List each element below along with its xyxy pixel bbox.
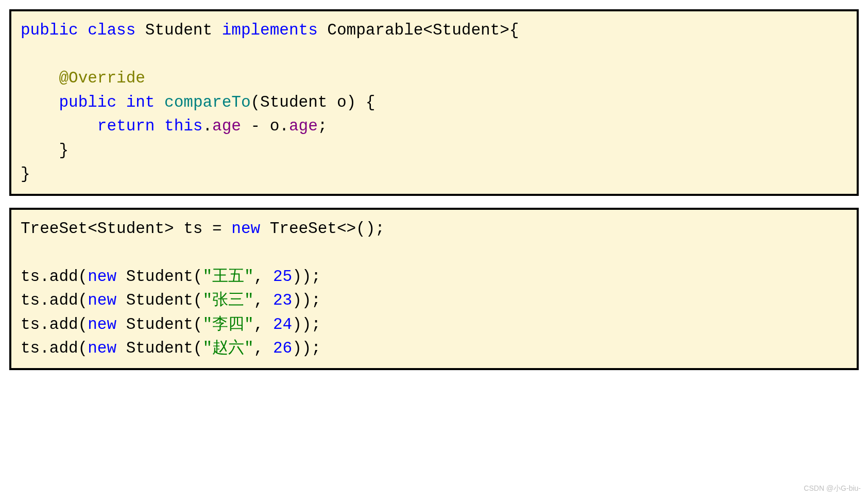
keyword-public: public xyxy=(59,93,116,111)
semicolon: ; xyxy=(318,117,328,135)
method-compareto: compareTo xyxy=(164,93,250,111)
string-literal: "李四" xyxy=(202,315,253,334)
keyword-new: new xyxy=(88,315,116,334)
ctor-student: Student( xyxy=(116,315,202,334)
ctor-student: Student( xyxy=(116,291,202,309)
string-literal: "张三" xyxy=(202,291,253,309)
close-call: )); xyxy=(292,291,321,309)
keyword-new: new xyxy=(88,268,116,286)
keyword-int: int xyxy=(126,93,155,111)
comma: , xyxy=(254,315,273,334)
declaration: TreeSet<Student> ts = xyxy=(21,220,231,238)
code-block-1: public class Student implements Comparab… xyxy=(9,9,859,196)
comma: , xyxy=(254,339,273,357)
minus-o-dot: - o. xyxy=(241,117,289,135)
string-literal: "王五" xyxy=(202,268,253,286)
number-literal: 23 xyxy=(273,291,292,309)
close-call: )); xyxy=(292,268,321,286)
keyword-this: this xyxy=(164,117,202,135)
keyword-public: public xyxy=(21,21,78,39)
number-literal: 26 xyxy=(273,339,292,357)
code-block-2: TreeSet<Student> ts = new TreeSet<>(); t… xyxy=(9,208,859,370)
keyword-new: new xyxy=(231,220,260,238)
keyword-return: return xyxy=(97,117,155,135)
add-call: ts.add( xyxy=(21,268,88,286)
add-call: ts.add( xyxy=(21,339,88,357)
dot: . xyxy=(202,117,212,135)
keyword-class: class xyxy=(88,21,135,39)
field-age: age xyxy=(212,117,241,135)
constructor: TreeSet<>(); xyxy=(260,220,385,238)
close-call: )); xyxy=(292,315,321,334)
class-name: Student xyxy=(145,21,212,39)
number-literal: 25 xyxy=(273,268,292,286)
field-age: age xyxy=(289,117,318,135)
close-brace: } xyxy=(21,141,69,159)
close-brace: } xyxy=(21,165,30,183)
method-params: (Student o) { xyxy=(251,93,376,111)
ctor-student: Student( xyxy=(116,268,202,286)
comma: , xyxy=(254,268,273,286)
keyword-new: new xyxy=(88,291,116,309)
string-literal: "赵六" xyxy=(202,339,253,357)
ctor-student: Student( xyxy=(116,339,202,357)
keyword-implements: implements xyxy=(222,21,318,39)
type-comparable: Comparable<Student>{ xyxy=(327,21,519,39)
annotation-override: @Override xyxy=(59,69,145,87)
number-literal: 24 xyxy=(273,315,292,334)
add-call: ts.add( xyxy=(21,291,88,309)
close-call: )); xyxy=(292,339,321,357)
comma: , xyxy=(254,291,273,309)
keyword-new: new xyxy=(88,339,116,357)
add-call: ts.add( xyxy=(21,315,88,334)
